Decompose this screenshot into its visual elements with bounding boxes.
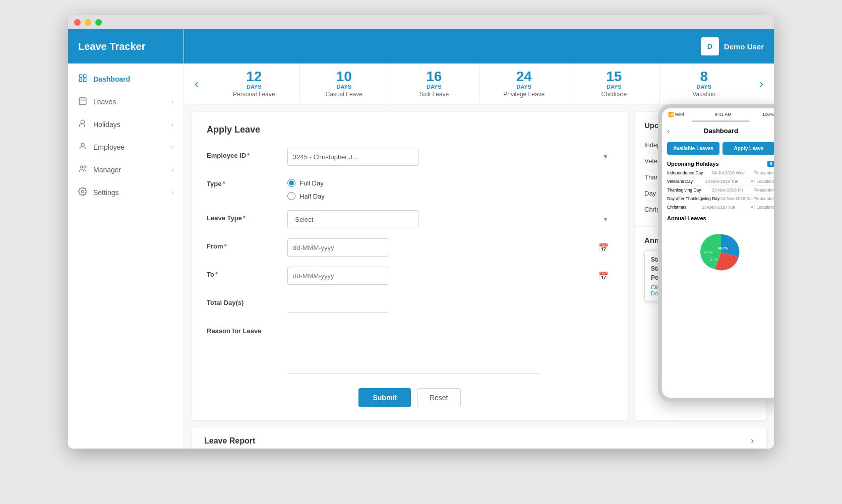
top-header: D Demo User	[184, 29, 774, 64]
svg-rect-0	[79, 75, 82, 77]
apply-leave-form: Apply Leave Employee ID* 3245 - Christop…	[192, 112, 628, 420]
submit-button[interactable]: Submit	[358, 388, 410, 407]
mobile-available-leaves-button[interactable]: Available Leaves	[667, 142, 719, 155]
full-day-radio[interactable]: Full Day	[287, 179, 613, 187]
type-field: Full Day Half Day	[287, 176, 613, 200]
maximize-btn[interactable]	[95, 19, 102, 26]
svg-rect-1	[84, 75, 86, 77]
sidebar-item-label: Holidays	[93, 120, 121, 129]
stats-item-privilege: 24 DAYS Privilege Leave	[479, 64, 570, 104]
leave-type-select[interactable]: -Select-	[287, 210, 418, 228]
to-date-input[interactable]	[287, 267, 388, 285]
mobile-time: 9:41 AM	[715, 112, 732, 117]
half-day-input[interactable]	[287, 192, 295, 200]
stats-number: 8	[700, 70, 708, 84]
leave-report-title: Leave Report	[204, 436, 255, 446]
minimize-btn[interactable]	[85, 19, 91, 26]
full-day-input[interactable]	[287, 179, 295, 187]
stats-number: 16	[426, 70, 442, 84]
reason-textarea[interactable]	[287, 323, 539, 373]
list-item: Christmas 25-Dec-2018 Tue All Locations	[667, 203, 774, 211]
mobile-back-icon[interactable]: ‹	[667, 127, 670, 136]
list-item: Veterans Day 13-Nov-2018 Tue All Locatio…	[667, 177, 774, 186]
chevron-right-icon: ›	[171, 98, 173, 105]
stats-days-label: DAYS	[696, 84, 711, 90]
sidebar-item-settings[interactable]: Settings ›	[68, 181, 184, 204]
type-label: Type*	[207, 176, 287, 187]
sidebar-item-label: Settings	[93, 188, 119, 197]
reason-label: Reason for Leave	[207, 323, 287, 335]
half-day-radio[interactable]: Half Day	[287, 192, 613, 200]
employee-id-select[interactable]: 3245 - Christopher J...	[287, 148, 418, 166]
sidebar-item-dashboard[interactable]: Dashboard	[68, 68, 184, 90]
stats-days-label: DAYS	[247, 84, 262, 90]
stats-leave-label: Sick Leave	[419, 91, 449, 98]
chevron-right-icon: ›	[171, 189, 173, 196]
mobile-apply-leave-button[interactable]: Apply Leave	[723, 142, 774, 155]
stats-prev-button[interactable]: ‹	[184, 64, 209, 104]
sidebar-item-employee[interactable]: Employee ›	[68, 136, 184, 158]
main-content: D Demo User ‹ 12 DAYS Personal Leave 10 …	[184, 29, 774, 449]
chevron-right-icon: ›	[171, 166, 173, 173]
mobile-annual-leaves: Annual Leaves 46.7% 15.7% 46.7%	[662, 212, 774, 282]
leave-type-row: Leave Type* -Select- ▼	[207, 210, 613, 228]
to-label: To*	[207, 267, 287, 278]
leave-type-field[interactable]: -Select- ▼	[287, 210, 613, 228]
reason-row: Reason for Leave	[207, 323, 613, 375]
total-days-row: Total Day(s)	[207, 295, 613, 313]
list-item: Thanksgiving Day 23-Nov-2018 Fri Pleasan…	[667, 186, 774, 195]
stats-next-button[interactable]: ›	[749, 64, 774, 104]
stats-item-personal: 12 DAYS Personal Leave	[209, 64, 299, 104]
leave-report-header: Leave Report ›	[204, 435, 754, 446]
to-field[interactable]: 📅	[287, 267, 613, 285]
total-days-input[interactable]	[287, 295, 388, 313]
type-row: Type* Full Day Half Day	[207, 176, 613, 200]
mobile-notch	[692, 120, 750, 122]
mobile-app-header: ‹ Dashboard	[662, 124, 774, 138]
stats-leave-label: Personal Leave	[233, 91, 275, 98]
list-item: Day after Thanksgiving Day 24-Nov-2018 S…	[667, 195, 774, 203]
user-profile: D Demo User	[701, 37, 764, 55]
stats-item-sick: 16 DAYS Sick Leave	[389, 64, 479, 104]
avatar: D	[701, 37, 719, 55]
svg-rect-4	[79, 98, 86, 105]
leave-report-expand-button[interactable]: ›	[751, 435, 754, 446]
sidebar-item-holidays[interactable]: Holidays ›	[68, 113, 184, 136]
mobile-action-buttons: Available Leaves Apply Leave	[662, 138, 774, 159]
mobile-annual-title: Annual Leaves	[667, 215, 774, 221]
total-days-field	[287, 295, 613, 313]
close-btn[interactable]	[74, 19, 81, 26]
svg-point-12	[82, 191, 84, 193]
calendar-icon: 📅	[598, 243, 609, 253]
reason-field	[287, 323, 613, 375]
body-area: Apply Leave Employee ID* 3245 - Christop…	[184, 104, 774, 427]
chevron-right-icon: ›	[171, 144, 173, 151]
sidebar-item-manager[interactable]: Manager ›	[68, 158, 184, 181]
window-titlebar	[68, 15, 774, 29]
mobile-signal-icon: 📶 WiFi	[668, 112, 684, 117]
from-date-input[interactable]	[287, 238, 388, 257]
leave-report-section: Leave Report ›	[192, 427, 766, 449]
sidebar-item-label: Manager	[93, 166, 121, 174]
sidebar-item-label: Leaves	[93, 98, 116, 106]
mobile-battery: 100%	[762, 112, 774, 117]
sidebar-item-label: Employee	[93, 143, 125, 151]
svg-point-9	[81, 143, 84, 146]
sidebar-item-leaves[interactable]: Leaves ›	[68, 90, 184, 113]
stats-days-label: DAYS	[516, 84, 531, 90]
svg-point-10	[81, 166, 83, 168]
from-field[interactable]: 📅	[287, 238, 613, 257]
reset-button[interactable]: Reset	[417, 388, 461, 407]
stats-leave-label: Childcare	[601, 91, 627, 98]
employee-id-field[interactable]: 3245 - Christopher J... ▼	[287, 148, 613, 166]
app-window: Leave Tracker Dashboard	[68, 15, 774, 449]
chevron-down-icon: ▼	[603, 216, 609, 223]
mobile-holidays-badge: 6	[767, 161, 774, 167]
full-day-label: Full Day	[299, 179, 324, 187]
stats-leave-label: Vacation	[692, 91, 715, 98]
stats-leave-label: Casual Leave	[326, 91, 363, 98]
form-title: Apply Leave	[207, 124, 613, 135]
stats-items: 12 DAYS Personal Leave 10 DAYS Casual Le…	[209, 64, 749, 104]
sidebar-nav: Dashboard Leaves ›	[68, 64, 184, 208]
stats-number: 12	[246, 70, 262, 84]
